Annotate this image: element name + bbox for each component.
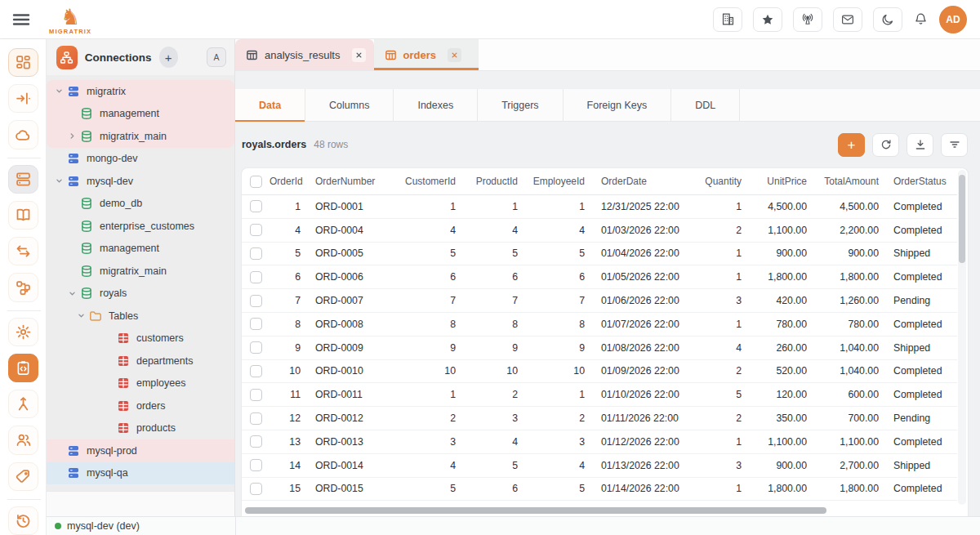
tree-item[interactable]: migratrix_main — [47, 125, 234, 148]
rail-item[interactable] — [8, 48, 38, 77]
favorites-star-icon[interactable] — [753, 7, 782, 32]
rail-item[interactable] — [8, 426, 38, 454]
notifications-bell-icon[interactable] — [913, 11, 929, 27]
menu-icon[interactable] — [11, 10, 31, 29]
column-header[interactable]: ProductId — [469, 176, 531, 187]
filter-icon[interactable] — [941, 133, 968, 157]
tree-item[interactable]: Tables — [47, 305, 234, 328]
column-header[interactable]: CustomerId — [403, 176, 469, 187]
table-row[interactable]: 6 ORD-0006 6 6 6 01/05/2026 22:00 1 1,80… — [242, 265, 957, 289]
row-checkbox[interactable] — [250, 200, 262, 212]
chevron-icon[interactable] — [52, 466, 65, 479]
table-row[interactable]: 11 ORD-0011 1 2 1 01/10/2026 22:00 5 120… — [242, 383, 957, 407]
tree-item[interactable]: mysql-qa — [47, 462, 234, 485]
row-checkbox[interactable] — [250, 341, 262, 354]
chevron-icon[interactable] — [52, 444, 65, 457]
tree-item[interactable]: mysql-prod — [47, 439, 234, 462]
table-row[interactable]: 12 ORD-0012 2 3 2 01/11/2026 22:00 2 350… — [242, 407, 957, 430]
column-header[interactable]: Quantity — [699, 176, 755, 187]
dark-mode-moon-icon[interactable] — [873, 7, 902, 32]
chevron-icon[interactable] — [52, 152, 65, 165]
rail-item[interactable] — [8, 273, 38, 301]
chevron-icon[interactable] — [102, 377, 115, 390]
tree-item[interactable]: demo_db — [47, 193, 234, 216]
column-header[interactable]: OrderStatus — [892, 176, 957, 187]
close-icon[interactable] — [448, 48, 461, 62]
chevron-icon[interactable] — [102, 399, 115, 412]
table-row[interactable]: 15 ORD-0015 5 6 5 01/14/2026 22:00 1 1,8… — [242, 478, 957, 502]
tree-item[interactable]: employees — [47, 372, 234, 395]
subtab[interactable]: Foreign Keys — [564, 89, 672, 121]
rail-item[interactable] — [8, 390, 38, 418]
table-row[interactable]: 10 ORD-0010 10 10 10 01/09/2026 22:00 2 … — [242, 360, 957, 384]
chevron-icon[interactable] — [102, 332, 115, 345]
rail-item[interactable] — [8, 506, 38, 535]
rail-item[interactable] — [8, 354, 38, 382]
chevron-icon[interactable] — [65, 197, 78, 210]
chevron-icon[interactable] — [52, 85, 65, 98]
row-checkbox[interactable] — [250, 247, 262, 260]
row-checkbox[interactable] — [250, 412, 262, 425]
chevron-icon[interactable] — [65, 287, 78, 300]
chevron-icon[interactable] — [52, 175, 65, 188]
chevron-icon[interactable] — [65, 265, 78, 278]
table-row[interactable]: 4 ORD-0004 4 4 4 01/03/2026 22:00 2 1,10… — [242, 219, 957, 243]
subtab[interactable]: DDL — [671, 89, 740, 121]
vertical-scrollbar-thumb[interactable] — [959, 175, 965, 263]
tree-item[interactable]: orders — [47, 395, 234, 417]
tree-item[interactable]: royals — [47, 283, 234, 305]
row-checkbox[interactable] — [250, 224, 262, 236]
column-header[interactable]: OrderId — [270, 176, 314, 187]
chevron-icon[interactable] — [102, 421, 115, 435]
tree-item[interactable]: migratrix — [47, 80, 234, 103]
chevron-icon[interactable] — [65, 130, 78, 143]
row-checkbox[interactable] — [250, 435, 262, 448]
refresh-icon[interactable] — [872, 133, 899, 157]
column-header[interactable]: UnitPrice — [755, 176, 820, 187]
tree-item[interactable]: mongo-dev — [47, 148, 234, 171]
add-row-button[interactable]: + — [838, 133, 865, 157]
subtab[interactable]: Triggers — [478, 89, 563, 121]
row-checkbox[interactable] — [250, 318, 262, 330]
chevron-icon[interactable] — [65, 242, 78, 255]
table-row[interactable]: 13 ORD-0013 3 4 3 01/12/2026 22:00 1 1,1… — [242, 430, 957, 454]
row-checkbox[interactable] — [250, 389, 262, 401]
tree-item[interactable]: management — [47, 238, 234, 261]
rail-item[interactable] — [8, 462, 38, 491]
table-row[interactable]: 14 ORD-0014 4 5 4 01/13/2026 22:00 3 900… — [242, 454, 957, 478]
rail-item[interactable] — [8, 318, 38, 346]
chevron-icon[interactable] — [65, 220, 78, 233]
close-icon[interactable] — [352, 48, 366, 62]
subtab[interactable]: Columns — [305, 89, 394, 121]
rail-item[interactable] — [8, 84, 38, 113]
select-all-checkbox[interactable] — [250, 176, 262, 188]
table-row[interactable]: 9 ORD-0009 9 9 9 01/08/2026 22:00 4 260.… — [242, 337, 957, 360]
rail-item[interactable] — [8, 120, 38, 149]
avatar[interactable]: AD — [939, 6, 967, 33]
workspace-buildings-icon[interactable] — [713, 7, 742, 32]
collapse-all-button[interactable]: A — [207, 47, 226, 67]
row-checkbox[interactable] — [250, 483, 262, 495]
broadcast-icon[interactable] — [793, 7, 822, 32]
tree-item[interactable]: enterprise_customes — [47, 215, 234, 238]
table-row[interactable]: 8 ORD-0008 8 8 8 01/07/2026 22:00 1 780.… — [242, 313, 957, 337]
rail-item[interactable] — [8, 201, 38, 230]
tree-item[interactable]: products — [47, 417, 234, 440]
editor-tab[interactable]: orders — [374, 39, 479, 70]
tree-item[interactable]: mysql-dev — [47, 170, 234, 193]
column-header[interactable]: OrderNumber — [314, 176, 403, 187]
table-row[interactable]: 5 ORD-0005 5 5 5 01/04/2026 22:00 1 900.… — [242, 243, 957, 266]
chevron-icon[interactable] — [74, 310, 87, 323]
rail-item[interactable] — [8, 237, 38, 265]
horizontal-scrollbar-thumb[interactable] — [245, 507, 826, 514]
editor-tab[interactable]: analysis_results — [235, 39, 374, 70]
mail-icon[interactable] — [833, 7, 862, 32]
tree-item[interactable]: management — [47, 103, 234, 126]
subtab[interactable]: Indexes — [394, 89, 478, 121]
tree-item[interactable]: migratrix_main — [47, 260, 234, 283]
row-checkbox[interactable] — [250, 271, 262, 283]
chevron-icon[interactable] — [102, 354, 115, 368]
table-row[interactable]: 1 ORD-0001 1 1 1 12/31/2025 22:00 1 4,50… — [242, 195, 957, 219]
tree-item[interactable]: departments — [47, 350, 234, 372]
row-checkbox[interactable] — [250, 295, 262, 307]
